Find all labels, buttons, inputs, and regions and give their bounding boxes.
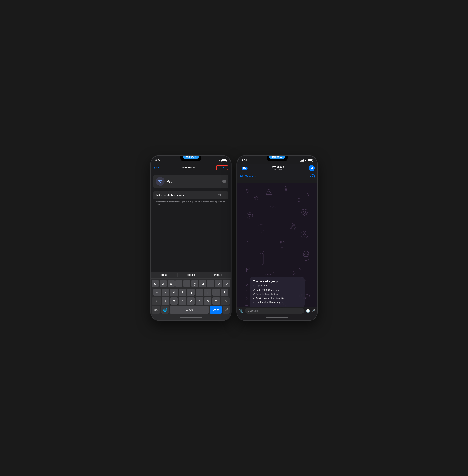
phone-1: TELEGRAM 8:04 ▲ ‹ Back <box>150 155 231 321</box>
svg-point-26 <box>303 254 309 261</box>
phone-2: TELEGRAM 8:04 ▲ ‹ 174 <box>237 155 318 321</box>
battery-icon <box>221 159 227 162</box>
home-bar-2 <box>266 317 288 318</box>
svg-point-27 <box>304 252 306 256</box>
key-l[interactable]: l <box>221 289 228 296</box>
add-members-button[interactable]: Add Members <box>239 175 256 178</box>
timer-icon[interactable]: 🕐 <box>306 309 310 313</box>
add-members-bar: Add Members × <box>237 173 317 180</box>
svg-rect-39 <box>246 298 248 300</box>
group-name-input[interactable]: My group <box>167 180 220 183</box>
svg-point-1 <box>160 181 161 182</box>
key-i[interactable]: i <box>207 280 214 287</box>
svg-point-5 <box>249 214 249 215</box>
chat-subtitle: 1 member <box>272 169 284 171</box>
battery-icon-2 <box>307 159 313 162</box>
key-q[interactable]: q <box>152 280 159 287</box>
chat-avatar[interactable]: M <box>308 165 315 171</box>
svg-point-4 <box>247 212 253 218</box>
system-message-item-4: ✓ Admins with different rights <box>253 300 301 304</box>
key-c[interactable]: c <box>179 297 186 305</box>
svg-point-24 <box>280 242 281 243</box>
shift-key[interactable]: ⇧ <box>152 297 161 305</box>
key-u[interactable]: u <box>199 280 206 287</box>
input-actions: 🕐 🎤 <box>306 309 315 313</box>
group-name-field: My group × <box>153 175 229 188</box>
close-icon-2: × <box>312 175 313 178</box>
svg-point-16 <box>258 224 264 232</box>
key-e[interactable]: e <box>168 280 175 287</box>
clear-input-button[interactable]: × <box>222 180 226 183</box>
key-rows: q w e r t y u i o p a s d f g <box>151 279 231 305</box>
mic-key[interactable]: 🎤 <box>223 306 230 313</box>
status-time-1: 8:04 <box>155 159 161 162</box>
done-key[interactable]: done <box>210 306 222 313</box>
space-key[interactable]: space <box>170 306 209 313</box>
keyboard-bottom-row: 123 🌐 space done 🎤 <box>151 306 231 315</box>
key-r[interactable]: r <box>176 280 182 287</box>
key-s[interactable]: s <box>162 289 169 296</box>
key-v[interactable]: v <box>187 297 195 305</box>
svg-rect-38 <box>245 299 248 306</box>
message-input[interactable]: Message <box>245 308 304 313</box>
back-button[interactable]: ‹ Back <box>154 166 162 170</box>
key-g[interactable]: g <box>187 289 195 296</box>
keyboard-row-3: ⇧ z x c v b n m ⌫ <box>152 297 230 305</box>
close-icon: × <box>223 180 225 183</box>
microphone-icon[interactable]: 🎤 <box>311 309 315 313</box>
system-message-title: You created a group <box>253 280 301 283</box>
predict-item-3[interactable]: group's <box>204 273 231 277</box>
chat-nav: ‹ 174 My group 1 member M <box>237 164 317 173</box>
svg-point-25 <box>281 242 282 242</box>
key-k[interactable]: k <box>212 289 220 296</box>
auto-delete-value: Off ⌃⌄ <box>218 193 226 197</box>
key-n[interactable]: n <box>204 297 211 305</box>
back-count-badge: 174 <box>242 167 248 170</box>
key-y[interactable]: y <box>191 280 198 287</box>
key-p[interactable]: p <box>223 280 230 287</box>
numbers-key[interactable]: 123 <box>152 306 160 313</box>
key-f[interactable]: f <box>179 289 186 296</box>
create-button[interactable]: Create <box>216 165 228 170</box>
status-time-2: 8:04 <box>241 159 247 162</box>
svg-point-28 <box>307 252 309 256</box>
home-bar <box>180 317 202 318</box>
key-j[interactable]: j <box>204 289 211 296</box>
camera-icon[interactable] <box>156 177 165 186</box>
svg-point-30 <box>307 256 307 257</box>
attach-button[interactable]: 📎 <box>239 309 243 313</box>
telegram-badge-2: TELEGRAM <box>269 156 285 159</box>
key-h[interactable]: h <box>196 289 203 296</box>
svg-point-22 <box>305 234 306 235</box>
key-d[interactable]: d <box>170 289 178 296</box>
key-a[interactable]: a <box>153 289 161 296</box>
wifi-icon: ▲ <box>218 159 220 162</box>
key-o[interactable]: o <box>215 280 222 287</box>
home-indicator-1 <box>151 315 231 320</box>
key-t[interactable]: t <box>183 280 190 287</box>
key-x[interactable]: x <box>170 297 178 305</box>
system-message-item-2: ✓ Persistent chat history <box>253 292 301 296</box>
predict-item-1[interactable]: "group" <box>151 273 178 277</box>
key-z[interactable]: z <box>162 297 169 305</box>
key-b[interactable]: b <box>196 297 203 305</box>
nav-bar-1: ‹ Back New Group Create <box>151 164 231 172</box>
status-icons-1: ▲ <box>214 159 227 162</box>
key-m[interactable]: m <box>212 297 220 305</box>
auto-delete-row[interactable]: Auto-Delete Messages Off ⌃⌄ <box>153 191 229 199</box>
page-title: New Group <box>182 166 196 169</box>
system-message-item-1: ✓ Up to 200,000 members <box>253 288 301 292</box>
predictive-bar: "group" groups group's <box>151 271 231 279</box>
key-w[interactable]: w <box>160 280 167 287</box>
auto-delete-label: Auto-Delete Messages <box>156 193 184 197</box>
keyboard-row-1: q w e r t y u i o p <box>152 280 230 287</box>
delete-key[interactable]: ⌫ <box>221 297 230 305</box>
svg-point-21 <box>303 234 304 235</box>
emoji-key[interactable]: 🌐 <box>161 306 169 313</box>
svg-point-2 <box>268 191 269 192</box>
predict-item-2[interactable]: groups <box>178 273 205 277</box>
close-add-members-button[interactable]: × <box>310 174 315 178</box>
chat-back-button[interactable]: ‹ 174 <box>239 166 248 170</box>
chat-background: You created a group Groups can have: ✓ U… <box>237 183 317 320</box>
svg-point-6 <box>250 214 251 215</box>
